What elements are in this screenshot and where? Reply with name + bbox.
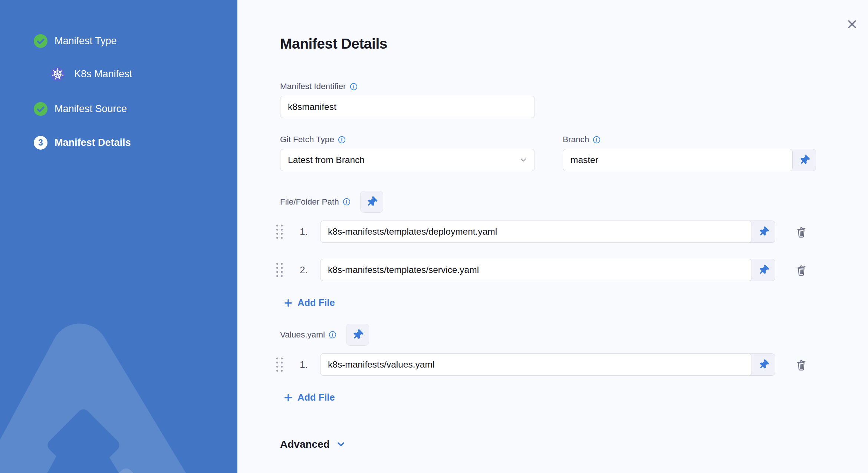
step-label: Manifest Type (55, 35, 117, 47)
drag-handle[interactable] (276, 225, 283, 239)
add-file-label: Add File (297, 392, 335, 403)
plus-icon (284, 393, 293, 402)
values-path-row: 1. (276, 353, 868, 376)
file-folder-path-label: File/Folder Path (280, 197, 339, 207)
step-number-badge: 3 (34, 136, 47, 150)
step-label: Manifest Source (55, 103, 127, 115)
pin-icon (351, 328, 364, 341)
row-number: 1. (300, 359, 315, 371)
k8s-icon (50, 66, 66, 82)
pin-icon (757, 225, 770, 238)
branch-label: Branch (563, 135, 589, 144)
pin-icon (798, 154, 811, 166)
file-path-input-2[interactable] (320, 259, 752, 281)
delete-file-button[interactable] (795, 263, 808, 277)
drag-handle[interactable] (276, 358, 283, 372)
page-title: Manifest Details (280, 36, 868, 52)
manifest-identifier-input[interactable] (280, 96, 535, 118)
harness-watermark (0, 317, 237, 473)
add-file-button[interactable]: Add File (284, 297, 335, 308)
branch-field: Branch (563, 135, 816, 171)
values-yaml-header: Values.yaml (280, 324, 868, 346)
check-icon (34, 34, 47, 48)
select-value: Latest from Branch (288, 155, 365, 165)
advanced-toggle[interactable]: Advanced (280, 438, 346, 450)
info-icon[interactable] (338, 136, 346, 144)
step-manifest-type[interactable]: Manifest Type (34, 34, 226, 48)
git-fetch-type-field: Git Fetch Type Latest from Branch (280, 135, 535, 171)
row-number: 2. (300, 264, 315, 276)
file-path-input-group (320, 221, 775, 243)
file-path-input-1[interactable] (320, 221, 752, 243)
fetch-branch-row: Git Fetch Type Latest from Branch (280, 135, 868, 171)
pin-button[interactable] (752, 221, 775, 242)
branch-input[interactable] (563, 149, 793, 171)
file-path-input-group (320, 259, 775, 281)
branch-input-group (563, 149, 816, 171)
trash-icon (795, 358, 808, 371)
delete-file-button[interactable] (795, 358, 808, 371)
pin-button[interactable] (346, 324, 369, 346)
wizard-steps: Manifest Type (34, 34, 226, 150)
file-path-row: 1. (276, 221, 868, 243)
step-manifest-details[interactable]: 3 Manifest Details (34, 136, 226, 150)
add-file-label: Add File (297, 297, 335, 308)
git-fetch-type-select[interactable]: Latest from Branch (280, 149, 535, 171)
values-yaml-label: Values.yaml (280, 330, 325, 340)
pin-button[interactable] (752, 354, 775, 375)
drag-handle[interactable] (276, 263, 283, 277)
info-icon[interactable] (350, 83, 358, 91)
step-k8s-manifest[interactable]: K8s Manifest (50, 66, 226, 82)
file-path-row: 2. (276, 259, 868, 281)
trash-icon (795, 263, 808, 277)
chevron-down-icon (336, 440, 346, 449)
add-file-button[interactable]: Add File (284, 392, 335, 403)
close-button[interactable] (844, 16, 860, 32)
manifest-details-panel: Manifest Details Manifest Identifier Gi (237, 0, 868, 473)
pin-button[interactable] (793, 149, 816, 171)
info-icon[interactable] (329, 331, 336, 339)
pin-button[interactable] (752, 259, 775, 281)
pin-icon (757, 358, 770, 371)
pin-icon (757, 264, 770, 276)
wizard-sidebar: Manifest Type (0, 0, 237, 473)
pin-icon (365, 195, 378, 208)
chevron-down-icon (519, 156, 528, 164)
git-fetch-type-label: Git Fetch Type (280, 135, 334, 144)
info-icon[interactable] (343, 198, 351, 206)
step-manifest-source[interactable]: Manifest Source (34, 102, 226, 116)
trash-icon (795, 225, 808, 238)
info-icon[interactable] (593, 136, 601, 144)
manifest-wizard-dialog: Manifest Type (0, 0, 868, 473)
delete-file-button[interactable] (795, 225, 808, 238)
values-path-input-1[interactable] (320, 353, 752, 376)
file-folder-path-header: File/Folder Path (280, 191, 868, 213)
pin-button[interactable] (360, 191, 383, 213)
manifest-identifier-label: Manifest Identifier (280, 82, 346, 91)
advanced-label: Advanced (280, 438, 330, 450)
close-icon (846, 18, 858, 30)
row-number: 1. (300, 226, 315, 238)
step-label: K8s Manifest (74, 68, 132, 80)
check-icon (34, 102, 47, 116)
manifest-identifier-field: Manifest Identifier (280, 82, 535, 118)
step-label: Manifest Details (55, 137, 131, 149)
values-path-input-group (320, 353, 775, 376)
plus-icon (284, 299, 293, 307)
